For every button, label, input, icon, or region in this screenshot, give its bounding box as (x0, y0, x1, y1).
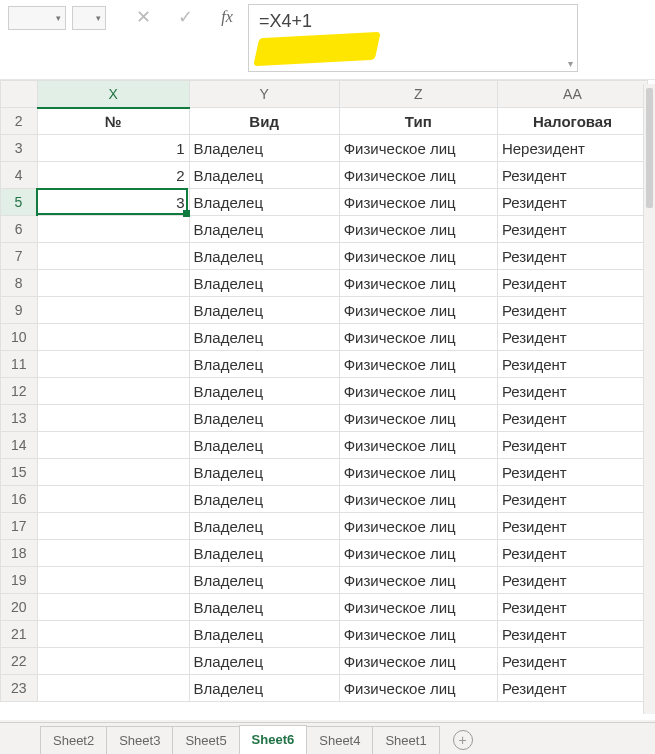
cell-Z16[interactable]: Физическое лиц (339, 486, 497, 513)
row-header-20[interactable]: 20 (1, 594, 38, 621)
cell-Y14[interactable]: Владелец (189, 432, 339, 459)
cell-AA18[interactable]: Резидент (497, 540, 647, 567)
toolbar-dropdown-2[interactable]: ▾ (72, 6, 106, 30)
column-header-Y[interactable]: Y (189, 81, 339, 108)
row-header-7[interactable]: 7 (1, 243, 38, 270)
fx-button[interactable]: fx (216, 8, 238, 26)
column-header-X[interactable]: X (37, 81, 189, 108)
cell-AA16[interactable]: Резидент (497, 486, 647, 513)
cell-Y8[interactable]: Владелец (189, 270, 339, 297)
row-header-22[interactable]: 22 (1, 648, 38, 675)
row-header-11[interactable]: 11 (1, 351, 38, 378)
cell-X12[interactable] (37, 378, 189, 405)
cell-Z11[interactable]: Физическое лиц (339, 351, 497, 378)
cell-Z3[interactable]: Физическое лиц (339, 135, 497, 162)
cell-X11[interactable] (37, 351, 189, 378)
cell-AA8[interactable]: Резидент (497, 270, 647, 297)
row-header-14[interactable]: 14 (1, 432, 38, 459)
row-header-8[interactable]: 8 (1, 270, 38, 297)
cell-Z14[interactable]: Физическое лиц (339, 432, 497, 459)
cell-Z7[interactable]: Физическое лиц (339, 243, 497, 270)
cell-AA15[interactable]: Резидент (497, 459, 647, 486)
cell-Y4[interactable]: Владелец (189, 162, 339, 189)
cell-Y20[interactable]: Владелец (189, 594, 339, 621)
cell-Y17[interactable]: Владелец (189, 513, 339, 540)
cell-Z21[interactable]: Физическое лиц (339, 621, 497, 648)
cell-Y2[interactable]: Вид (189, 108, 339, 135)
cell-Z15[interactable]: Физическое лиц (339, 459, 497, 486)
cancel-formula-button[interactable]: ✕ (132, 6, 154, 28)
cell-X6[interactable] (37, 216, 189, 243)
row-header-19[interactable]: 19 (1, 567, 38, 594)
row-header-15[interactable]: 15 (1, 459, 38, 486)
cell-Z6[interactable]: Физическое лиц (339, 216, 497, 243)
cell-X18[interactable] (37, 540, 189, 567)
vertical-scrollbar[interactable] (643, 84, 655, 714)
cell-Y11[interactable]: Владелец (189, 351, 339, 378)
cell-Y16[interactable]: Владелец (189, 486, 339, 513)
cell-Z4[interactable]: Физическое лиц (339, 162, 497, 189)
cell-AA20[interactable]: Резидент (497, 594, 647, 621)
cell-X10[interactable] (37, 324, 189, 351)
cell-Y5[interactable]: Владелец (189, 189, 339, 216)
cell-Z13[interactable]: Физическое лиц (339, 405, 497, 432)
column-header-Z[interactable]: Z (339, 81, 497, 108)
cell-Z22[interactable]: Физическое лиц (339, 648, 497, 675)
spreadsheet-grid[interactable]: XYZAA2№ВидТипНалоговая31ВладелецФизическ… (0, 80, 655, 720)
cell-Y22[interactable]: Владелец (189, 648, 339, 675)
cell-Y9[interactable]: Владелец (189, 297, 339, 324)
toolbar-dropdown-1[interactable]: ▾ (8, 6, 66, 30)
cell-AA10[interactable]: Резидент (497, 324, 647, 351)
cell-Y13[interactable]: Владелец (189, 405, 339, 432)
row-header-2[interactable]: 2 (1, 108, 38, 135)
cell-Z2[interactable]: Тип (339, 108, 497, 135)
cell-Z23[interactable]: Физическое лиц (339, 675, 497, 702)
cell-X3[interactable]: 1 (37, 135, 189, 162)
cell-Y12[interactable]: Владелец (189, 378, 339, 405)
row-header-10[interactable]: 10 (1, 324, 38, 351)
row-header-13[interactable]: 13 (1, 405, 38, 432)
cell-Y18[interactable]: Владелец (189, 540, 339, 567)
row-header-6[interactable]: 6 (1, 216, 38, 243)
cell-AA21[interactable]: Резидент (497, 621, 647, 648)
cell-X22[interactable] (37, 648, 189, 675)
cell-AA4[interactable]: Резидент (497, 162, 647, 189)
cell-Y15[interactable]: Владелец (189, 459, 339, 486)
scrollbar-thumb[interactable] (646, 88, 653, 208)
cell-AA6[interactable]: Резидент (497, 216, 647, 243)
tab-sheet3[interactable]: Sheet3 (106, 726, 173, 754)
cell-Y3[interactable]: Владелец (189, 135, 339, 162)
cell-AA11[interactable]: Резидент (497, 351, 647, 378)
cell-AA19[interactable]: Резидент (497, 567, 647, 594)
cell-AA14[interactable]: Резидент (497, 432, 647, 459)
row-header-23[interactable]: 23 (1, 675, 38, 702)
cell-Z12[interactable]: Физическое лиц (339, 378, 497, 405)
cell-Y19[interactable]: Владелец (189, 567, 339, 594)
cell-AA2[interactable]: Налоговая (497, 108, 647, 135)
cell-AA9[interactable]: Резидент (497, 297, 647, 324)
row-header-12[interactable]: 12 (1, 378, 38, 405)
cell-Z8[interactable]: Физическое лиц (339, 270, 497, 297)
row-header-21[interactable]: 21 (1, 621, 38, 648)
row-header-16[interactable]: 16 (1, 486, 38, 513)
cell-X14[interactable] (37, 432, 189, 459)
new-sheet-button[interactable]: + (453, 730, 473, 750)
cell-AA12[interactable]: Резидент (497, 378, 647, 405)
cell-X17[interactable] (37, 513, 189, 540)
cell-Y10[interactable]: Владелец (189, 324, 339, 351)
row-header-3[interactable]: 3 (1, 135, 38, 162)
cell-X8[interactable] (37, 270, 189, 297)
cell-AA22[interactable]: Резидент (497, 648, 647, 675)
cell-Z20[interactable]: Физическое лиц (339, 594, 497, 621)
row-header-18[interactable]: 18 (1, 540, 38, 567)
cell-X19[interactable] (37, 567, 189, 594)
formula-bar[interactable]: =X4+1 ▾ (248, 4, 578, 72)
cell-AA5[interactable]: Резидент (497, 189, 647, 216)
cell-X23[interactable] (37, 675, 189, 702)
tab-sheet2[interactable]: Sheet2 (40, 726, 107, 754)
chevron-down-icon[interactable]: ▾ (568, 58, 573, 69)
tab-sheet6[interactable]: Sheet6 (239, 725, 308, 754)
cell-X9[interactable] (37, 297, 189, 324)
cell-X7[interactable] (37, 243, 189, 270)
cell-Z5[interactable]: Физическое лиц (339, 189, 497, 216)
